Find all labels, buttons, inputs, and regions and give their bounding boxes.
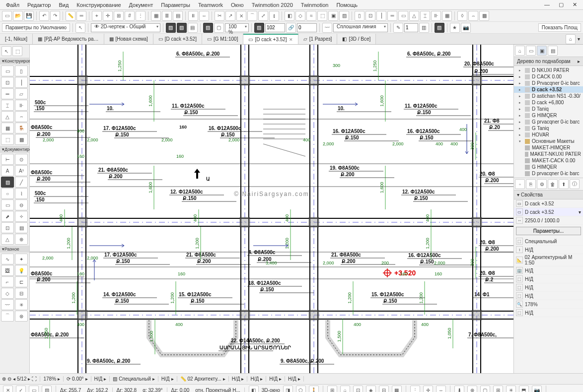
prop-row[interactable]: 🔍178%	[514, 300, 583, 309]
door-icon[interactable]: ▯	[355, 11, 364, 21]
section-document[interactable]: ▾Документиро	[0, 146, 29, 153]
sb-nd2[interactable]: Н/Д	[161, 376, 170, 382]
elevation-tool-icon[interactable]: ⬈	[1, 211, 14, 222]
cb-i3-icon[interactable]: ⊡	[353, 386, 363, 392]
tset-icon[interactable]: ⚙	[537, 179, 547, 189]
shell-tool-icon[interactable]: ⌢	[15, 111, 28, 122]
swatch2-icon[interactable]: ▨	[435, 23, 444, 33]
window-tool-icon[interactable]: ⊡	[1, 77, 14, 88]
cb-k2-icon[interactable]: ⊕	[467, 386, 477, 392]
cb-i4-icon[interactable]: ◈	[366, 386, 376, 392]
cb-j2-icon[interactable]: ✛	[423, 386, 433, 392]
hatch1-icon[interactable]: ▨	[166, 23, 176, 33]
cb-i5-icon[interactable]: ⊟	[379, 386, 389, 392]
status-zoom[interactable]: 178%	[43, 376, 56, 382]
roof-tool-icon[interactable]: △	[1, 111, 14, 122]
grid-icon[interactable]: #	[125, 11, 135, 21]
hotspot-tool-icon[interactable]: ✦	[15, 254, 28, 264]
lamp-tool-icon[interactable]: 💡	[15, 265, 28, 276]
val1-input[interactable]	[265, 23, 285, 32]
cb-sel-icon[interactable]: ▭	[29, 386, 39, 392]
drawing-tool-icon[interactable]: ▭	[1, 199, 14, 210]
tree-item[interactable]: ▸HOVAR	[514, 131, 583, 138]
tab-novaya[interactable]: ▦[Новая схема]	[104, 34, 153, 44]
pen-input[interactable]	[404, 23, 418, 32]
cb-k3-icon[interactable]: ▢	[480, 386, 490, 392]
worksheet-tool-icon[interactable]: ▤	[15, 222, 28, 233]
minimize-icon[interactable]: —	[540, 0, 554, 9]
new-icon[interactable]: ▭	[2, 11, 12, 21]
roof-icon[interactable]: △	[409, 11, 419, 21]
intersect-icon[interactable]: ⨯	[236, 11, 246, 21]
hatch3-icon[interactable]: ▤	[188, 23, 198, 33]
arc-tool-icon[interactable]: ⌒	[1, 311, 14, 322]
detail-tool-icon[interactable]: ⊡	[1, 222, 14, 233]
cb-walk-icon[interactable]: 🚶	[309, 386, 319, 392]
undo-icon[interactable]: ↶	[39, 11, 49, 21]
sb-nd1[interactable]: Н/Д	[94, 376, 103, 382]
linetype-combo[interactable]: Сплошная линия	[333, 23, 388, 32]
snap1-icon[interactable]: ⌖	[92, 11, 102, 21]
save-icon[interactable]: 💾	[24, 11, 34, 21]
tup-icon[interactable]: ⬆	[559, 179, 569, 189]
solid2-icon[interactable]: ▨	[339, 11, 349, 21]
tinfo-icon[interactable]: ⓘ	[570, 179, 580, 189]
cb-fill-icon[interactable]: ▨	[42, 386, 52, 392]
sb-nd6[interactable]: Н/Д	[288, 376, 296, 382]
prop-row[interactable]: ⬚Специальный	[514, 237, 583, 246]
stair-icon[interactable]: ⌶	[420, 11, 430, 21]
divide-icon[interactable]: ≈	[306, 11, 316, 21]
cb-3d-icon[interactable]: ◧	[249, 386, 259, 392]
dimension-tool-icon[interactable]: ⊢	[1, 154, 14, 165]
fit-icon[interactable]: ⛶	[32, 376, 37, 382]
split-icon[interactable]: ⫿	[269, 11, 279, 21]
nav-view-icon[interactable]: ▭	[526, 46, 536, 56]
cb-3d-label[interactable]: 3D-окно	[262, 388, 280, 392]
polyline-tool-icon[interactable]: ⌇	[15, 188, 28, 199]
spline-tool-icon[interactable]: ∿	[1, 254, 14, 264]
slab-tool-icon[interactable]: ▱	[15, 88, 28, 99]
tdel-icon[interactable]: 🗑	[548, 179, 558, 189]
menu-edit[interactable]: Редактор	[23, 1, 55, 9]
cb-k5-icon[interactable]: ✳	[506, 386, 516, 392]
marquee-tool-icon[interactable]: ⬚	[12, 46, 22, 56]
snap2-icon[interactable]: ✛	[103, 11, 113, 21]
eraser-icon[interactable]: ◇	[295, 11, 305, 21]
prop-row[interactable]: 🏢Н/Д	[514, 266, 583, 275]
morph-icon[interactable]: ◊	[457, 11, 467, 21]
tab-close-icon[interactable]: ✕	[289, 37, 293, 42]
menu-params[interactable]: Параметры	[157, 1, 194, 9]
open-icon[interactable]: 📂	[13, 11, 23, 21]
change-tool-icon[interactable]: △	[1, 234, 14, 245]
shell-icon[interactable]: ⌢	[468, 11, 478, 21]
tree-subitem[interactable]: MAKET-CACK 0.00	[514, 157, 583, 164]
nav-chevron-icon[interactable]: ▾	[578, 36, 580, 42]
tab-dcack-active[interactable]: ▭[D cack +3.52]✕	[243, 34, 298, 44]
figure-tool-icon[interactable]: 🖼	[1, 265, 14, 276]
section-design[interactable]: ▾Конструиров	[0, 58, 29, 65]
wend-tool-icon[interactable]: ⊏	[15, 276, 28, 287]
menu-teamwork[interactable]: Teamwork	[194, 1, 227, 9]
fillet-icon[interactable]: ⌒	[247, 11, 257, 21]
prop-row[interactable]: ⬚Н/Д	[514, 275, 583, 283]
mesh-tool-icon[interactable]: ▩	[15, 134, 28, 145]
cb-k6-icon[interactable]: ⬒	[519, 386, 529, 392]
tree-subitem[interactable]: MAKET-NKUXI PATER	[514, 151, 583, 157]
ruler-icon[interactable]: ═	[76, 11, 86, 21]
cb-ok-icon[interactable]: ✓	[16, 386, 26, 392]
adjust-icon[interactable]: ↗	[225, 11, 235, 21]
zoom-out-icon[interactable]: ⊖	[7, 376, 11, 382]
fill-tool-icon[interactable]: ▨	[1, 177, 14, 188]
prop-row[interactable]: ↕Н/Д	[514, 246, 583, 254]
object-tool-icon[interactable]: 🪑	[15, 123, 28, 133]
sb-nd4[interactable]: Н/Д	[250, 376, 259, 382]
cb-i1-icon[interactable]: ⊞	[327, 386, 337, 392]
cb-i6-icon[interactable]: ▦	[392, 386, 402, 392]
page-next-icon[interactable]: ▸	[28, 376, 30, 382]
menu-help[interactable]: Помощь	[332, 1, 362, 9]
prop-row[interactable]: 📐02 Архитектурный M 1:50	[514, 254, 583, 266]
defaults-button[interactable]: Параметры по Умолчанию	[2, 23, 70, 32]
col-icon[interactable]: ⎮	[376, 11, 386, 21]
wall-tool-icon[interactable]: ▭	[1, 65, 14, 76]
trace-icon[interactable]: ▦	[151, 11, 161, 21]
